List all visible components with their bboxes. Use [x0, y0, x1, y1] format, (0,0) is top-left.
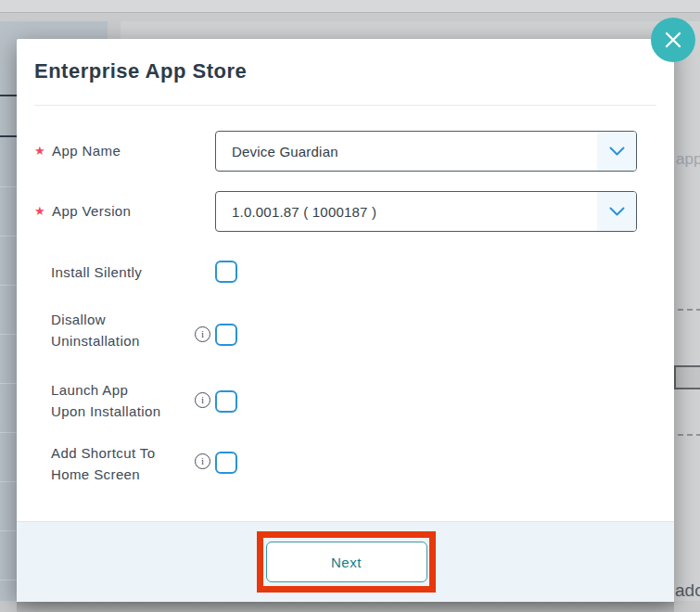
app-version-value: 1.0.001.87 ( 1000187 ): [216, 192, 597, 231]
checkbox-disallow-uninstallation[interactable]: [215, 324, 237, 346]
background-divider: [0, 95, 17, 96]
label-line: Launch App: [51, 379, 161, 401]
info-icon[interactable]: [195, 392, 210, 408]
disallow-uninstallation-label: Disallow Uninstallation: [51, 309, 140, 351]
app-name-label: App Name: [34, 143, 121, 159]
close-icon: [663, 30, 683, 50]
modal-title: Enterprise App Store: [34, 59, 247, 83]
background-top-bar: [0, 0, 700, 13]
label-line: Uninstallation: [51, 330, 140, 351]
checkbox-launch-app-upon-installation[interactable]: [215, 390, 237, 413]
modal-bottom-shadow: [17, 601, 674, 612]
app-version-select[interactable]: 1.0.001.87 ( 1000187 ): [215, 191, 637, 232]
background-partial-text: appl: [676, 150, 700, 169]
background-button-fragment: [674, 365, 700, 389]
app-name-value: Device Guardian: [216, 132, 597, 171]
annotation-highlight: Next: [257, 531, 436, 593]
required-icon: [34, 144, 45, 158]
checkbox-add-shortcut-to-home-screen[interactable]: [215, 452, 237, 474]
chevron-down-icon: [597, 132, 636, 171]
background-table-rows: [0, 138, 17, 601]
label-line: Add Shortcut To: [51, 442, 155, 464]
app-name-select[interactable]: Device Guardian: [215, 131, 637, 172]
modal-footer: Next: [17, 521, 674, 602]
required-icon: [34, 204, 45, 218]
background-divider: [0, 135, 17, 137]
chevron-down-icon: [597, 192, 636, 231]
info-icon[interactable]: [195, 453, 210, 469]
label-line: Upon Installation: [51, 401, 161, 422]
background-partial-text: ado: [675, 580, 700, 601]
add-shortcut-label: Add Shortcut To Home Screen: [51, 442, 155, 485]
close-button[interactable]: [651, 18, 695, 62]
next-button[interactable]: Next: [266, 542, 427, 582]
field-label-text: App Version: [52, 203, 131, 219]
enterprise-app-store-modal: Enterprise App Store App Name Device Gua…: [17, 39, 674, 601]
field-label-text: App Name: [52, 143, 121, 159]
info-icon[interactable]: [195, 326, 210, 342]
background-dashed-line: [678, 434, 700, 436]
title-divider: [34, 105, 656, 106]
launch-app-label: Launch App Upon Installation: [51, 379, 161, 422]
label-line: Install Silently: [51, 261, 142, 283]
checkbox-install-silently[interactable]: [215, 261, 237, 283]
label-line: Disallow: [51, 309, 140, 330]
install-silently-label: Install Silently: [51, 261, 142, 283]
background-dashed-line: [678, 309, 700, 311]
label-line: Home Screen: [51, 464, 155, 485]
app-version-label: App Version: [34, 203, 131, 219]
